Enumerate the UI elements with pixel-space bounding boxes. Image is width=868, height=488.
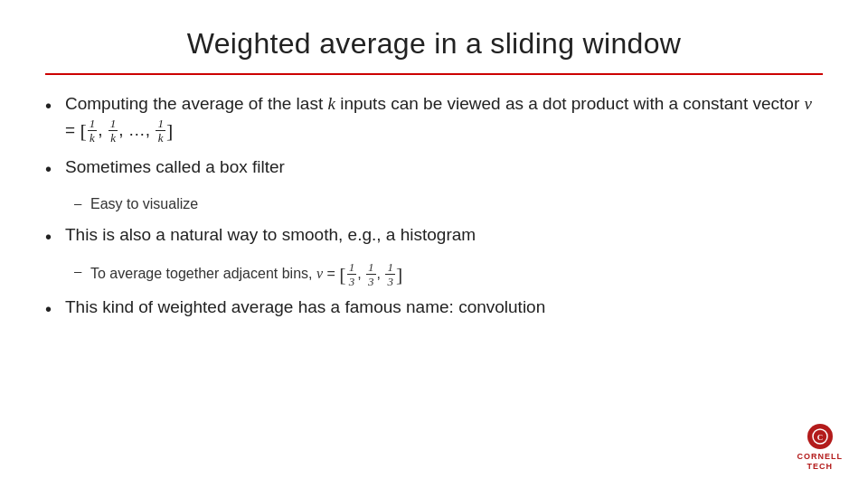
bullet-1-text: Computing the average of the last k inpu… [65, 91, 823, 144]
bullet-4-text: This kind of weighted average has a famo… [65, 295, 823, 321]
math-bracket-open: [ [80, 118, 86, 141]
cornell-logo-circle: C [807, 424, 833, 449]
bullet-2: • Sometimes called a box filter [45, 155, 823, 183]
slide-title: Weighted average in a sliding window [45, 27, 823, 61]
slide-content: • Computing the average of the last k in… [45, 91, 823, 323]
math-frac-1: 1k [88, 117, 98, 144]
math-bracket2-close: ] [396, 262, 402, 285]
bullet-1: • Computing the average of the last k in… [45, 91, 823, 144]
svg-text:C: C [817, 433, 824, 442]
bullet-1-dot: • [45, 91, 65, 119]
math-frac-6: 13 [385, 261, 395, 287]
bullet-2-text: Sometimes called a box filter [65, 155, 823, 181]
math-v: v [804, 94, 811, 113]
bullet-3-text: This is also a natural way to smooth, e.… [65, 222, 823, 249]
math-frac-3: 1k [156, 117, 165, 144]
slide: Weighted average in a sliding window • C… [0, 0, 868, 488]
bullet-4: • This kind of weighted average has a fa… [45, 295, 823, 323]
bullet-2-dot: • [45, 155, 65, 183]
sub-bullet-2: – To average together adjacent bins, v =… [74, 261, 823, 287]
math-k: k [327, 94, 335, 113]
math-v2: v [316, 266, 323, 281]
bullet-3: • This is also a natural way to smooth, … [45, 222, 823, 250]
cornell-logo-text: CORNELL TECH [797, 452, 844, 472]
sub-bullet-1-dash: – [74, 193, 90, 214]
sub-bullet-2-dash: – [74, 261, 90, 282]
math-frac-5: 13 [366, 261, 376, 287]
math-frac-4: 13 [347, 261, 357, 287]
cornell-logo-icon: C [812, 428, 828, 445]
math-bracket2-open: [ [339, 262, 345, 285]
cornell-logo: C CORNELL TECH [797, 424, 844, 472]
bullet-3-dot: • [45, 222, 65, 250]
sub-bullet-1: – Easy to visualize [74, 193, 823, 215]
slide-divider [45, 73, 823, 75]
sub-bullet-1-text: Easy to visualize [90, 193, 198, 215]
math-frac-2: 1k [108, 117, 118, 144]
math-bracket-close: ] [166, 118, 173, 141]
sub-bullet-2-text: To average together adjacent bins, v = [… [90, 261, 402, 287]
bullet-4-dot: • [45, 295, 65, 323]
